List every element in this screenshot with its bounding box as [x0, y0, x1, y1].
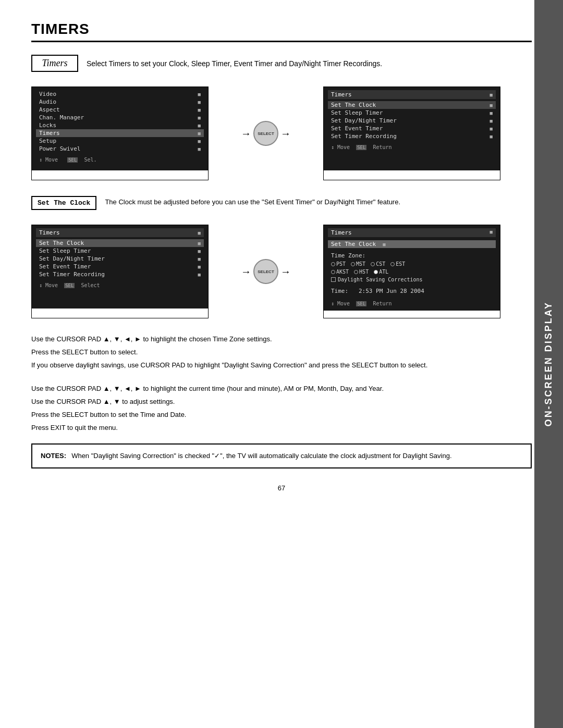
timezone-label: Time Zone: — [328, 251, 496, 260]
right-menu-event-timer: Set Event Timer■ — [328, 125, 496, 132]
tz-atl: ATL — [374, 269, 388, 275]
tz-hst: HST — [354, 269, 369, 275]
notes-box: NOTES: When "Daylight Saving Correction"… — [31, 443, 532, 468]
tv-menu-right-1: Timers■ Set The Clock■ Set Sleep Timer■ … — [324, 87, 500, 170]
page-title: TIMERS — [31, 21, 532, 42]
left-menu-diagram-1: Video■ Audio■ Aspect■ Chan. Manager■ Loc… — [31, 87, 209, 180]
menu-footer-1: ↕ Move SEL Sel. — [36, 156, 204, 164]
instruction-line-7: Press EXIT to quit the menu. — [31, 423, 532, 434]
instructions-section: Use the CURSOR PAD ▲, ▼, ◄, ► to highlig… — [31, 334, 532, 433]
menu-item-audio: Audio■ — [36, 98, 204, 106]
menu-item-setup: Setup■ — [36, 137, 204, 145]
diagram-row-1: Video■ Audio■ Aspect■ Chan. Manager■ Loc… — [31, 87, 500, 180]
left-menu-2-day-night: Set Day/Night Timer■ — [36, 255, 204, 263]
tz-pst: PST — [331, 261, 346, 267]
radio-mst — [351, 262, 355, 266]
clock-panel-subtitle: Set The Clock ■ — [328, 240, 496, 248]
radio-pst — [331, 262, 335, 266]
radio-hst — [354, 270, 358, 274]
intro-row: Timers Select Timers to set your Clock, … — [31, 55, 532, 72]
set-clock-section: Set The Clock The Clock must be adjusted… — [31, 196, 532, 210]
right-menu-set-clock: Set The Clock■ — [328, 101, 496, 109]
menu-item-power-swivel: Power Swivel■ — [36, 145, 204, 153]
intro-text: Select Timers to set your Clock, Sleep T… — [87, 59, 382, 68]
right-menu-footer-1: ↕ Move SEL Return — [328, 143, 496, 151]
instruction-line-1: Use the CURSOR PAD ▲, ▼, ◄, ► to highlig… — [31, 334, 532, 345]
left-menu-diagram-2: Timers■ Set The Clock■ Set Sleep Timer■ … — [31, 225, 209, 318]
right-menu-timer-recording: Set Timer Recording■ — [328, 132, 496, 140]
left-menu-2-event: Set Event Timer■ — [36, 263, 204, 270]
notes-label: NOTES: — [41, 451, 66, 461]
tz-akst: AKST — [331, 269, 349, 275]
radio-est — [390, 262, 395, 266]
sidebar-vertical: ON-SCREEN DISPLAY — [534, 0, 563, 728]
tz-est: EST — [390, 261, 405, 267]
diagram-row-2: Timers■ Set The Clock■ Set Sleep Timer■ … — [31, 225, 500, 318]
radio-atl — [374, 270, 378, 274]
timers-label-box: Timers — [31, 55, 78, 72]
tz-cst: CST — [371, 261, 385, 267]
instruction-line-3: If you observe daylight savings, use CUR… — [31, 360, 532, 371]
right-clock-panel: Timers■ Set The Clock ■ Time Zone: PST M… — [323, 225, 500, 318]
instruction-line-5: Use the CURSOR PAD ▲, ▼ to adjust settin… — [31, 397, 532, 408]
set-clock-label-box: Set The Clock — [31, 196, 96, 210]
time-value: 2:53 PM Jun 28 2004 — [359, 288, 424, 294]
page-number: 67 — [31, 484, 532, 492]
left-menu-2-recording: Set Timer Recording■ — [36, 270, 204, 278]
menu-item-aspect: Aspect■ — [36, 106, 204, 114]
right-menu-diagram-1: Timers■ Set The Clock■ Set Sleep Timer■ … — [323, 87, 500, 180]
clock-panel-main-title: Timers■ — [328, 228, 496, 237]
set-clock-description: The Clock must be adjusted before you ca… — [105, 196, 400, 206]
tz-mst: MST — [351, 261, 365, 267]
left-menu-2-footer: ↕ Move SEL Select — [36, 281, 204, 289]
daylight-checkbox — [331, 277, 336, 282]
arrow-select-2: → SELECT → — [240, 259, 292, 284]
timezone-row-1: PST MST CST EST — [328, 260, 496, 268]
sidebar-vertical-text: ON-SCREEN DISPLAY — [543, 301, 554, 426]
left-menu-2-title: Timers■ — [36, 228, 204, 237]
instruction-line-6: Press the SELECT button to set the Time … — [31, 410, 532, 421]
radio-akst — [331, 270, 335, 274]
right-menu-day-night: Set Day/Night Timer■ — [328, 117, 496, 125]
menu-item-locks: Locks■ — [36, 121, 204, 129]
select-button-1: SELECT — [253, 121, 278, 146]
tv-menu-left-2: Timers■ Set The Clock■ Set Sleep Timer■ … — [32, 225, 208, 309]
notes-text: When "Daylight Saving Correction" is che… — [71, 451, 451, 461]
left-menu-2-sleep: Set Sleep Timer■ — [36, 247, 204, 255]
select-button-2: SELECT — [253, 259, 278, 284]
daylight-saving-label: Daylight Saving Corrections — [338, 277, 423, 282]
menu-item-chan-manager: Chan. Manager■ — [36, 114, 204, 121]
time-display-row: Time: 2:53 PM Jun 28 2004 — [328, 286, 496, 297]
instruction-line-4: Use the CURSOR PAD ▲, ▼, ◄, ► to highlig… — [31, 384, 532, 394]
radio-cst — [371, 262, 375, 266]
menu-item-video: Video■ — [36, 90, 204, 98]
menu-item-timers: Timers■ — [36, 129, 204, 137]
timezone-row-2: AKST HST ATL — [328, 268, 496, 276]
clock-panel-footer: ↕ Move SEL Return — [328, 300, 496, 307]
right-menu-title-1: Timers■ — [328, 90, 496, 99]
right-menu-sleep-timer: Set Sleep Timer■ — [328, 109, 496, 117]
left-menu-2-set-clock: Set The Clock■ — [36, 239, 204, 247]
time-label: Time: — [331, 288, 348, 294]
clock-panel-content: Timers■ Set The Clock ■ Time Zone: PST M… — [324, 225, 500, 311]
daylight-saving-row: Daylight Saving Corrections — [328, 276, 496, 283]
tv-menu-left-1: Video■ Audio■ Aspect■ Chan. Manager■ Loc… — [32, 87, 208, 170]
instruction-line-2: Press the SELECT button to select. — [31, 347, 532, 358]
arrow-select-1: → SELECT → — [240, 121, 292, 146]
